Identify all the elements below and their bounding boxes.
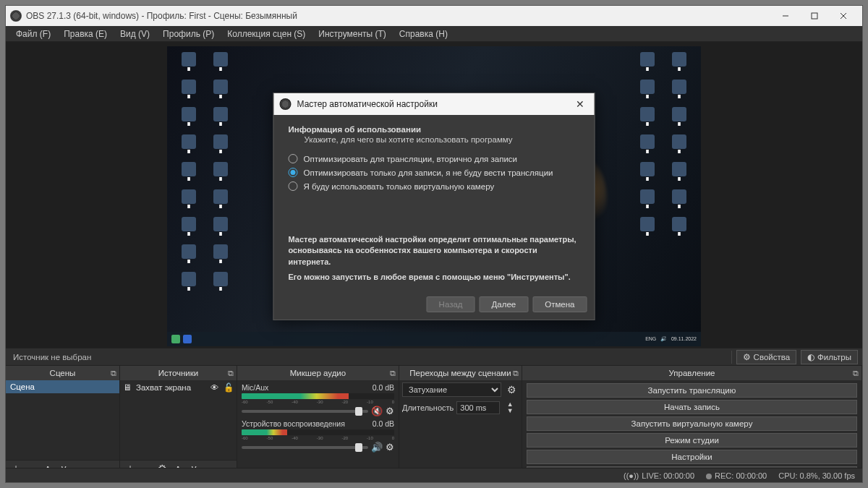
wizard-next-button[interactable]: Далее: [480, 296, 529, 312]
track-settings-button[interactable]: ⚙: [386, 442, 394, 453]
record-dot-icon: [706, 474, 712, 479]
settings-button[interactable]: Настройки: [527, 450, 857, 464]
wizard-title: Мастер автоматической настройки: [297, 99, 571, 109]
transition-duration-input[interactable]: [456, 401, 500, 414]
wizard-option-virtualcam[interactable]: Я буду использовать только виртуальную к…: [289, 181, 580, 191]
sources-dock: Источники⧉ 🖥 Захват экрана 👁 🔓 ＋ － ⚙ ∧ ∨: [120, 366, 237, 476]
desktop-icons-left: ██ ██ ██ ██ ██ ██ ██ ██ ██: [174, 52, 235, 295]
track-name: Устройство воспроизведения: [242, 419, 373, 428]
audio-meter: [242, 429, 394, 435]
menu-file[interactable]: Файл (F): [10, 27, 56, 40]
source-label: Захват экрана: [136, 383, 191, 392]
lock-toggle[interactable]: 🔓: [224, 382, 234, 393]
monitor-icon: 🖥: [123, 383, 132, 392]
mixer-track-desktop: Устройство воспроизведения0.0 dB -60-50-…: [237, 416, 399, 453]
wizard-section-sub: Укажите, для чего вы хотите использовать…: [305, 135, 580, 144]
menu-tools[interactable]: Инструменты (T): [312, 27, 391, 40]
stream-status: ((●))LIVE: 00:00:00: [624, 471, 694, 480]
controls-dock: Управление⧉ Запустить трансляцию Начать …: [522, 366, 862, 476]
menu-edit[interactable]: Правка (E): [58, 27, 113, 40]
audio-mixer-dock: Микшер аудио⧉ Mic/Aux0.0 dB -60-50-40-30…: [237, 366, 399, 476]
wizard-back-button[interactable]: Назад: [427, 296, 475, 312]
captured-taskbar: ENG 🔊 09.11.2022: [167, 332, 701, 346]
status-bar: ((●))LIVE: 00:00:00 REC: 00:00:00 CPU: 0…: [6, 468, 862, 482]
properties-button[interactable]: ⚙Свойства: [736, 350, 797, 364]
wizard-cancel-button[interactable]: Отмена: [532, 296, 587, 312]
transition-settings-button[interactable]: ⚙: [504, 383, 519, 396]
wizard-option-streaming[interactable]: Оптимизировать для трансляции, вторично …: [289, 154, 580, 163]
wizard-option-recording[interactable]: Оптимизировать только для записи, я не б…: [289, 168, 580, 177]
filters-button[interactable]: ◐Фильтры: [801, 350, 858, 364]
track-db: 0.0 dB: [373, 419, 394, 428]
dock-popout-icon[interactable]: ⧉: [853, 369, 859, 378]
wizard-option-label: Оптимизировать для трансляции, вторично …: [304, 155, 518, 163]
start-streaming-button[interactable]: Запустить трансляцию: [527, 383, 857, 398]
mute-button[interactable]: 🔇: [371, 406, 383, 416]
filters-icon: ◐: [807, 352, 814, 362]
transitions-title: Переходы между сценами: [409, 369, 511, 377]
wizard-option-label: Я буду использовать только виртуальную к…: [304, 182, 495, 191]
obs-logo-icon: [280, 98, 292, 110]
menu-view[interactable]: Вид (V): [114, 27, 156, 40]
cpu-status: CPU: 0.8%, 30.00 fps: [778, 471, 855, 480]
mixer-title: Микшер аудио: [290, 369, 346, 377]
gear-icon: ⚙: [743, 352, 751, 362]
svg-rect-1: [812, 13, 817, 19]
minimize-button[interactable]: [771, 6, 800, 26]
mixer-track-mic: Mic/Aux0.0 dB -60-50-40-30-20-100 🔇 ⚙: [237, 380, 399, 416]
scenes-dock: Сцены⧉ Сцена ＋ － ∧ ∨: [6, 366, 120, 476]
controls-title: Управление: [669, 369, 715, 377]
broadcast-icon: ((●)): [624, 471, 639, 480]
wizard-option-label: Оптимизировать только для записи, я не б…: [304, 168, 553, 177]
obs-logo-icon: [10, 10, 22, 22]
menubar: Файл (F) Правка (E) Вид (V) Профиль (P) …: [6, 26, 862, 42]
wizard-titlebar[interactable]: Мастер автоматической настройки ✕: [274, 93, 595, 115]
studio-mode-button[interactable]: Режим студии: [527, 433, 857, 448]
wizard-section-title: Информация об использовании: [289, 125, 580, 134]
wizard-close-button[interactable]: ✕: [571, 98, 589, 110]
track-name: Mic/Aux: [242, 383, 373, 392]
sources-title: Источники: [158, 369, 199, 377]
close-button[interactable]: [829, 6, 858, 26]
maximize-button[interactable]: [800, 6, 829, 26]
auto-config-wizard: Мастер автоматической настройки ✕ Информ…: [273, 93, 595, 320]
window-titlebar: OBS 27.1.3 (64-bit, windows) - Профиль: …: [6, 6, 862, 26]
transitions-dock: Переходы между сценами⧉ Затухание ⚙ Длит…: [399, 366, 522, 476]
track-db: 0.0 dB: [373, 383, 394, 392]
no-source-label: Источник не выбран: [13, 353, 91, 361]
menu-scene-collection[interactable]: Коллекция сцен (S): [221, 27, 311, 40]
volume-slider[interactable]: [242, 410, 368, 413]
volume-slider[interactable]: [242, 446, 368, 449]
source-toolbar: Источник не выбран ⚙Свойства ◐Фильтры: [6, 348, 862, 365]
dock-row: Сцены⧉ Сцена ＋ － ∧ ∨ Источники⧉ 🖥 Захват…: [6, 365, 862, 476]
menu-help[interactable]: Справка (H): [393, 27, 454, 40]
start-recording-button[interactable]: Начать запись: [527, 400, 857, 414]
source-item[interactable]: 🖥 Захват экрана 👁 🔓: [120, 380, 237, 395]
start-virtualcam-button[interactable]: Запустить виртуальную камеру: [527, 416, 857, 431]
track-settings-button[interactable]: ⚙: [386, 406, 394, 416]
window-title: OBS 27.1.3 (64-bit, windows) - Профиль: …: [26, 11, 771, 21]
visibility-toggle[interactable]: 👁: [210, 383, 219, 392]
dock-popout-icon[interactable]: ⧉: [513, 369, 519, 378]
desktop-icons-right: ██ ██ ██ ██ ██ ██ ██: [633, 52, 694, 240]
duration-label: Длительность: [402, 403, 454, 412]
wizard-description: Мастер автоматической настройки определи…: [289, 234, 580, 283]
transition-select[interactable]: Затухание: [402, 382, 501, 397]
scenes-title: Сцены: [50, 369, 76, 377]
record-status: REC: 00:00:00: [706, 471, 767, 480]
mute-button[interactable]: 🔊: [371, 442, 383, 453]
dock-popout-icon[interactable]: ⧉: [390, 369, 396, 378]
scene-item[interactable]: Сцена: [6, 380, 119, 393]
menu-profile[interactable]: Профиль (P): [157, 27, 220, 40]
dock-popout-icon[interactable]: ⧉: [111, 369, 116, 378]
spinner-icon[interactable]: ▲▼: [503, 401, 517, 414]
dock-popout-icon[interactable]: ⧉: [228, 369, 234, 378]
audio-meter: [242, 393, 394, 399]
